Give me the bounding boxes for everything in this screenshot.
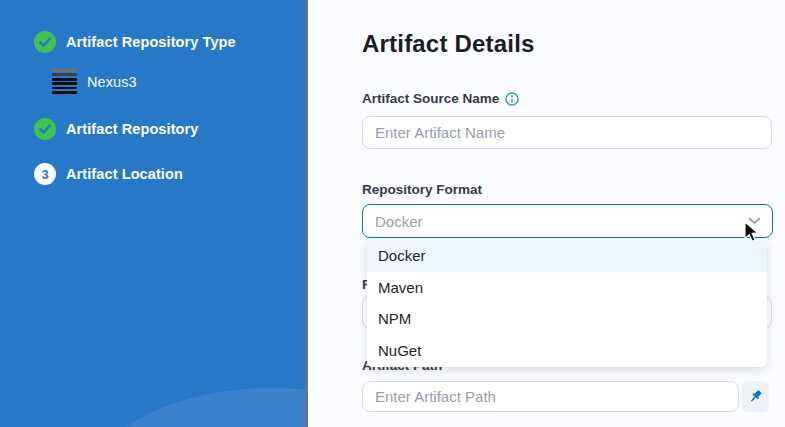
step-label: Artifact Repository [66, 121, 198, 137]
repository-format-label: Repository Format [362, 182, 482, 197]
pin-button[interactable] [742, 381, 769, 412]
info-icon[interactable] [505, 92, 519, 106]
sidebar-step-artifact-repository[interactable]: Artifact Repository [34, 118, 198, 140]
step-number-badge: 3 [34, 163, 56, 185]
step-label: Artifact Repository Type [66, 34, 236, 50]
chevron-down-icon [748, 217, 761, 225]
wizard-sidebar: Artifact Repository Type Nexus3 Artifact… [0, 0, 305, 427]
sidebar-step-artifact-location[interactable]: 3 Artifact Location [34, 163, 183, 185]
repository-format-select[interactable]: Docker [362, 204, 773, 238]
check-circle-icon [34, 31, 56, 53]
dropdown-option-maven[interactable]: Maven [367, 272, 767, 304]
step-label: Nexus3 [87, 74, 137, 90]
sidebar-step-artifact-repository-type[interactable]: Artifact Repository Type [34, 31, 236, 53]
artifact-path-input[interactable] [362, 381, 739, 412]
dropdown-option-docker[interactable]: Docker [367, 240, 767, 272]
artifact-source-name-label: Artifact Source Name [362, 91, 519, 106]
repository-format-dropdown: Docker Maven NPM NuGet [367, 239, 767, 367]
dropdown-option-npm[interactable]: NPM [367, 303, 767, 335]
nexus3-icon [52, 68, 77, 95]
step-label: Artifact Location [66, 166, 183, 182]
panel-divider [305, 0, 308, 427]
dropdown-option-nuget[interactable]: NuGet [367, 335, 767, 367]
page-title: Artifact Details [362, 30, 535, 58]
artifact-source-name-input[interactable] [362, 116, 772, 149]
sidebar-step-nexus3[interactable]: Nexus3 [52, 68, 137, 95]
pin-icon [748, 389, 763, 404]
select-value: Docker [375, 213, 423, 230]
sidebar-decorative-circle [92, 388, 305, 427]
check-circle-icon [34, 118, 56, 140]
